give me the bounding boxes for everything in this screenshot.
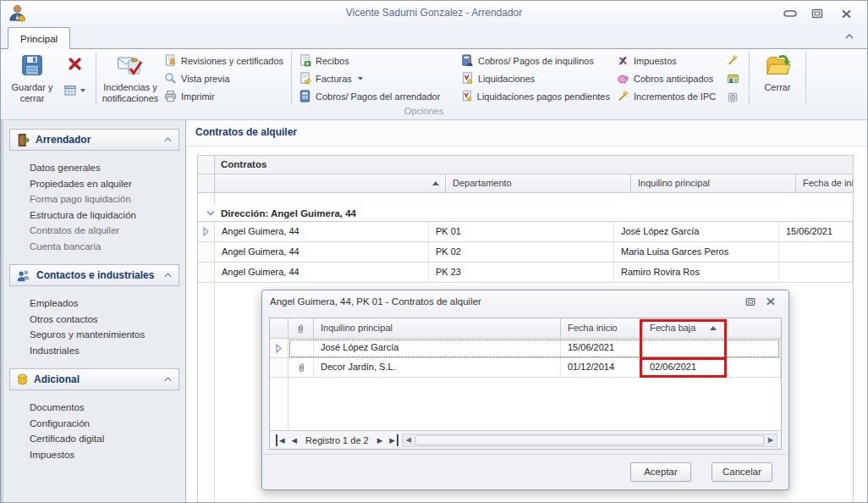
- liquidaciones-button[interactable]: Liquidaciones: [458, 69, 613, 87]
- grid-options-dropdown-button[interactable]: [62, 80, 87, 101]
- sidebar-item-propiedades-en-alquiler[interactable]: Propiedades en alquiler: [30, 176, 179, 192]
- imprimir-button[interactable]: Imprimir: [161, 87, 288, 105]
- sidebar-item-forma-pago-liquidacion[interactable]: Forma pago liquidación: [30, 191, 179, 207]
- cell-direccion[interactable]: Angel Guimera, 44: [198, 242, 429, 262]
- cell-attachment[interactable]: [288, 358, 314, 377]
- nav-last-button[interactable]: ▶: [386, 434, 398, 446]
- dialog-close-button[interactable]: [761, 295, 781, 308]
- vista-previa-button[interactable]: Vista previa: [161, 69, 288, 87]
- delete-button[interactable]: [62, 54, 87, 75]
- cancelar-button[interactable]: Cancelar: [711, 462, 772, 482]
- cell-departamento[interactable]: PK 02: [429, 242, 614, 262]
- scrollbar-thumb[interactable]: [415, 435, 764, 445]
- close-button[interactable]: [833, 7, 859, 20]
- sidebar-item-industriales[interactable]: Industriales: [30, 343, 179, 359]
- cobros-pagos-arrendador-button[interactable]: Cobros/ Pagos del arrendador: [295, 87, 458, 105]
- cell-inquilino[interactable]: Ramiro Rovira Ros: [614, 263, 779, 282]
- row-selector-cell[interactable]: [270, 358, 288, 377]
- column-header-fecha-baja[interactable]: Fecha baja: [643, 318, 726, 338]
- nav-previous-button[interactable]: ◀: [288, 434, 301, 446]
- scroll-left-icon[interactable]: ◀: [403, 436, 415, 444]
- sidebar-section-contactos[interactable]: Contactos e industriales: [9, 264, 179, 286]
- column-header-direccion[interactable]: [215, 174, 446, 192]
- table-row[interactable]: Angel Guimera, 44 PK 01 José López Garcí…: [198, 222, 853, 242]
- sidebar-item-otros-contactos[interactable]: Otros contactos: [30, 312, 179, 328]
- tab-principal[interactable]: Principal: [8, 27, 70, 49]
- piggy-bank-icon: [617, 72, 629, 85]
- recibos-button[interactable]: Recibos: [295, 52, 458, 69]
- cobros-anticipados-label: Cobros anticipados: [634, 74, 713, 84]
- row-selector-cell[interactable]: [270, 339, 288, 357]
- column-header-inquilino[interactable]: Inquilino principal: [631, 174, 796, 192]
- minimize-button[interactable]: [777, 7, 803, 20]
- sidebar-item-certificado-digital[interactable]: Certificado digital: [30, 431, 179, 447]
- sidebar-item-contratos-de-alquiler[interactable]: Contratos de alquiler: [30, 223, 179, 239]
- nav-first-button[interactable]: ◀: [276, 434, 288, 446]
- aceptar-button[interactable]: Aceptar: [630, 462, 691, 482]
- impuestos-button[interactable]: Impuestos: [613, 52, 723, 69]
- column-header-fecha-inicio[interactable]: Fecha inicio: [561, 318, 643, 338]
- cell-empty[interactable]: [726, 358, 781, 377]
- cell-attachment[interactable]: [288, 339, 314, 357]
- column-header-fecha-inicio[interactable]: Fecha de inicio: [796, 174, 853, 192]
- nav-next-button[interactable]: ▶: [374, 434, 387, 446]
- sidebar-item-impuestos[interactable]: Impuestos: [30, 447, 179, 463]
- horizontal-scrollbar[interactable]: ◀ ▶: [402, 434, 777, 447]
- window-title: Vicente Sadurni Gonzalez - Arrendador: [1, 7, 867, 19]
- ribbon-collapse-button[interactable]: [843, 31, 855, 43]
- save-and-close-button[interactable]: Guardar y cerrar: [8, 51, 57, 104]
- sidebar-section-adicional[interactable]: Adicional: [9, 368, 179, 390]
- cell-fecha-baja[interactable]: [643, 339, 726, 357]
- cobros-anticipados-button[interactable]: Cobros anticipados: [613, 69, 723, 87]
- cell-inquilino[interactable]: Decor Jardín, S.L.: [314, 358, 561, 377]
- table-row[interactable]: Angel Guimera, 44 PK 23 Ramiro Rovira Ro…: [198, 263, 853, 283]
- document-check-coin-icon: [461, 90, 473, 102]
- cerrar-button[interactable]: Cerrar: [753, 51, 802, 104]
- cell-fecha-inicio[interactable]: 01/12/2014: [561, 358, 643, 377]
- cell-empty[interactable]: [726, 339, 781, 357]
- restore-button[interactable]: [805, 7, 830, 20]
- safe-tool-button[interactable]: [723, 89, 742, 106]
- cell-fecha-inicio[interactable]: 15/06/2021: [561, 339, 643, 357]
- dialog-table-row[interactable]: Decor Jardín, S.L. 01/12/2014 02/06/2021: [270, 358, 781, 378]
- sidebar-item-configuracion[interactable]: Configuración: [30, 416, 179, 432]
- cell-direccion[interactable]: Angel Guimera, 44: [198, 263, 429, 282]
- liquidaciones-pendientes-button[interactable]: Liquidaciones pagos pendientes: [458, 87, 613, 105]
- document-coins-icon: [299, 72, 311, 85]
- dialog-table-row[interactable]: José López García 15/06/2021: [270, 339, 781, 358]
- cell-fecha-inicio[interactable]: 15/06/2021: [779, 222, 853, 241]
- sidebar-item-estructura-de-liquidacion[interactable]: Estructura de liquidación: [30, 207, 179, 224]
- ribbon: Guardar y cerrar Incidencias y notificac…: [1, 49, 867, 120]
- sidebar-item-seguros-y-mantenimientos[interactable]: Seguros y mantenimientos: [30, 327, 179, 343]
- table-row[interactable]: Angel Guimera, 44 PK 02 Maria Luisa Garc…: [198, 242, 853, 263]
- cell-departamento[interactable]: PK 23: [429, 263, 614, 282]
- sidebar-item-empleados[interactable]: Empleados: [30, 296, 179, 312]
- column-header-departamento[interactable]: Departamento: [446, 174, 631, 192]
- scroll-right-icon[interactable]: ▶: [765, 436, 777, 444]
- revisiones-button[interactable]: Revisiones y certificados: [161, 52, 288, 69]
- cell-inquilino[interactable]: Maria Luisa Garces Peros: [614, 242, 779, 262]
- cell-direccion[interactable]: Angel Guimera, 44: [198, 222, 429, 241]
- dialog-restore-button[interactable]: [740, 295, 761, 308]
- sidebar-section-arrendador[interactable]: Arrendador: [9, 129, 179, 151]
- id-card-tool-button[interactable]: [723, 70, 742, 87]
- cell-inquilino[interactable]: José López García: [614, 222, 779, 241]
- cell-inquilino[interactable]: José López García: [314, 339, 561, 357]
- cell-departamento[interactable]: PK 01: [429, 222, 614, 241]
- dialog-grid: Inquilino principal Fecha inicio Fecha b…: [269, 318, 782, 450]
- cell-fecha-inicio[interactable]: [779, 242, 853, 262]
- sidebar-item-datos-generales[interactable]: Datos generales: [30, 160, 179, 176]
- cell-fecha-inicio[interactable]: [779, 263, 853, 282]
- cell-fecha-baja[interactable]: 02/06/2021: [643, 358, 726, 377]
- wand-tool-button[interactable]: [723, 52, 742, 69]
- column-header-inquilino[interactable]: Inquilino principal: [314, 318, 561, 338]
- cobros-pagos-inquilinos-button[interactable]: Cobros/ Pagos de inquilinos: [458, 52, 613, 69]
- incrementos-ipc-label: Incrementos de IPC: [634, 91, 716, 102]
- facturas-button[interactable]: Facturas: [295, 69, 458, 87]
- sidebar-item-documentos[interactable]: Documentos: [30, 400, 179, 416]
- column-header-attachment[interactable]: [288, 318, 314, 338]
- sidebar-item-cuenta-bancaria[interactable]: Cuenta bancaria: [30, 239, 179, 255]
- group-row[interactable]: Dirección: Angel Guimera, 44: [198, 205, 853, 222]
- incidencias-button[interactable]: Incidencias y notificaciones: [100, 51, 161, 104]
- incrementos-ipc-button[interactable]: Incrementos de IPC: [613, 87, 723, 105]
